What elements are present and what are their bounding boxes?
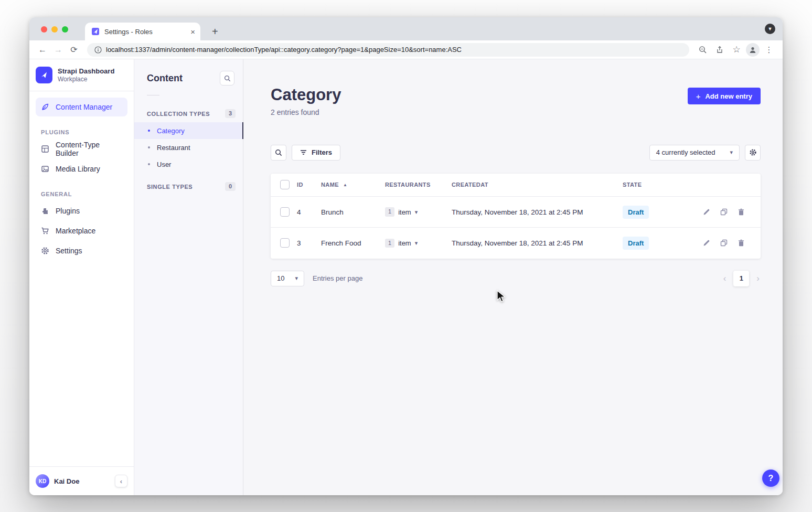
sidebar-item-content-type-builder[interactable]: Content-Type Builder — [36, 140, 127, 158]
sidebar-nav: Content Manager — [29, 91, 134, 118]
zoom-window-button[interactable] — [62, 26, 68, 33]
group-title: SINGLE TYPES — [147, 184, 193, 190]
tab-close-icon[interactable]: × — [190, 28, 195, 36]
subnav-item-category[interactable]: Category — [134, 122, 243, 139]
column-header-id[interactable]: ID — [297, 174, 321, 197]
reload-button[interactable]: ⟳ — [67, 43, 81, 57]
row-checkbox[interactable] — [280, 207, 290, 217]
prev-page-icon[interactable]: ‹ — [722, 274, 728, 283]
forward-button[interactable]: → — [51, 43, 65, 57]
back-button[interactable]: ← — [36, 43, 49, 57]
sidebar-section-general: GENERAL — [29, 179, 134, 201]
cell-restaurants[interactable]: 1 item ▾ — [385, 239, 452, 248]
delete-trash-icon[interactable] — [738, 239, 745, 247]
entries-count: 2 entries found — [271, 108, 341, 116]
table-search-button[interactable] — [271, 145, 286, 161]
strapi-favicon-icon — [91, 27, 100, 36]
column-header-name[interactable]: NAME ▲ — [321, 174, 385, 197]
bookmark-star-icon[interactable]: ☆ — [729, 42, 744, 57]
browser-tab[interactable]: Settings - Roles × — [85, 23, 200, 40]
collapse-sidebar-button[interactable]: ‹ — [115, 475, 127, 487]
column-header-state[interactable]: STATE — [623, 174, 681, 197]
row-checkbox[interactable] — [280, 238, 290, 248]
gear-icon — [41, 247, 49, 255]
sidebar-item-label: Content Manager — [56, 103, 112, 111]
user-name: Kai Doe — [54, 477, 110, 485]
relation-count-badge: 1 — [385, 207, 394, 216]
edit-pencil-icon[interactable] — [703, 208, 710, 216]
bullet-icon — [148, 146, 150, 148]
main-sidebar: Strapi Dashboard Workplace Content Manag… — [29, 59, 134, 495]
sidebar-item-plugins[interactable]: Plugins — [36, 201, 127, 220]
browser-window: Settings - Roles × + ▼ ← → ⟳ localhost:1… — [29, 17, 783, 495]
group-title: COLLECTION TYPES — [147, 111, 210, 117]
cell-restaurants[interactable]: 1 item ▾ — [385, 207, 452, 216]
table-row[interactable]: 4 Brunch 1 item ▾ Thursday, November 18,… — [271, 197, 761, 228]
browser-profile-chevron-icon[interactable]: ▼ — [765, 24, 775, 34]
gear-icon — [749, 148, 757, 156]
sidebar-item-label: Plugins — [56, 207, 80, 215]
tab-title: Settings - Roles — [104, 28, 186, 36]
subnav-item-user[interactable]: User — [134, 156, 243, 173]
delete-trash-icon[interactable] — [738, 208, 745, 216]
minimize-window-button[interactable] — [51, 26, 58, 33]
url-bar[interactable]: localhost:1337/admin/content-manager/col… — [87, 43, 689, 57]
close-window-button[interactable] — [41, 26, 47, 33]
page-size-value: 10 — [277, 274, 284, 282]
cell-createdat: Thursday, November 18, 2021 at 2:45 PM — [452, 228, 623, 259]
chevron-down-icon: ▾ — [415, 209, 418, 215]
cell-name: French Food — [321, 228, 385, 259]
bullet-icon — [148, 163, 150, 165]
duplicate-icon[interactable] — [720, 208, 728, 216]
site-info-icon[interactable] — [94, 46, 102, 54]
subnav-item-restaurant[interactable]: Restaurant — [134, 139, 243, 156]
sidebar-item-marketplace[interactable]: Marketplace — [36, 221, 127, 240]
brand-header: Strapi Dashboard Workplace — [29, 59, 134, 91]
columns-select-value: 4 currently selected — [656, 148, 715, 156]
entries-table: ID NAME ▲ RESTAURANTS CREATEDAT STATE — [271, 174, 761, 259]
zoom-out-icon[interactable] — [696, 42, 710, 57]
chevron-down-icon: ▾ — [730, 150, 733, 155]
workspace-subtitle: Workplace — [58, 76, 114, 83]
user-avatar[interactable]: KD — [36, 474, 49, 488]
share-icon[interactable] — [712, 42, 727, 57]
column-header-createdat[interactable]: CREATEDAT — [452, 174, 623, 197]
filters-button[interactable]: Filters — [292, 145, 340, 161]
table-settings-button[interactable] — [745, 145, 761, 161]
sidebar-section-plugins: PLUGINS — [29, 118, 134, 140]
sidebar-item-label: Media Library — [56, 165, 100, 173]
cell-id: 4 — [297, 197, 321, 228]
media-library-icon — [41, 165, 49, 173]
duplicate-icon[interactable] — [720, 239, 728, 247]
status-badge: Draft — [623, 206, 649, 219]
column-header-restaurants[interactable]: RESTAURANTS — [385, 174, 452, 197]
new-tab-button[interactable]: + — [212, 26, 218, 37]
filters-label: Filters — [312, 148, 332, 156]
edit-pencil-icon[interactable] — [703, 239, 710, 247]
strapi-logo — [36, 67, 52, 83]
plus-icon: + — [696, 92, 701, 100]
divider — [147, 95, 159, 95]
subnav-item-label: Restaurant — [157, 144, 190, 152]
sidebar-item-label: Marketplace — [56, 227, 95, 235]
url-text: localhost:1337/admin/content-manager/col… — [106, 46, 462, 54]
sidebar-item-media-library[interactable]: Media Library — [36, 159, 127, 178]
sidebar-item-content-manager[interactable]: Content Manager — [36, 98, 127, 116]
page-size-select[interactable]: 10 ▾ — [271, 271, 304, 286]
chevron-down-icon: ▾ — [415, 240, 418, 246]
subnav-search-button[interactable] — [220, 71, 234, 86]
browser-profile-avatar[interactable] — [746, 43, 760, 57]
cell-id: 3 — [297, 228, 321, 259]
chevron-down-icon: ▾ — [295, 275, 298, 281]
add-new-entry-button[interactable]: + Add new entry — [688, 88, 761, 104]
help-button[interactable]: ? — [762, 470, 779, 487]
columns-select[interactable]: 4 currently selected ▾ — [649, 145, 740, 161]
browser-menu-icon[interactable]: ⋮ — [762, 42, 776, 57]
cell-createdat: Thursday, November 18, 2021 at 2:45 PM — [452, 197, 623, 228]
next-page-icon[interactable]: › — [755, 274, 761, 283]
page-number-current[interactable]: 1 — [733, 271, 749, 286]
select-all-checkbox[interactable] — [280, 180, 290, 189]
sidebar-item-settings[interactable]: Settings — [36, 241, 127, 260]
puzzle-icon — [41, 207, 49, 215]
table-row[interactable]: 3 French Food 1 item ▾ Thursday, Novembe… — [271, 228, 761, 259]
